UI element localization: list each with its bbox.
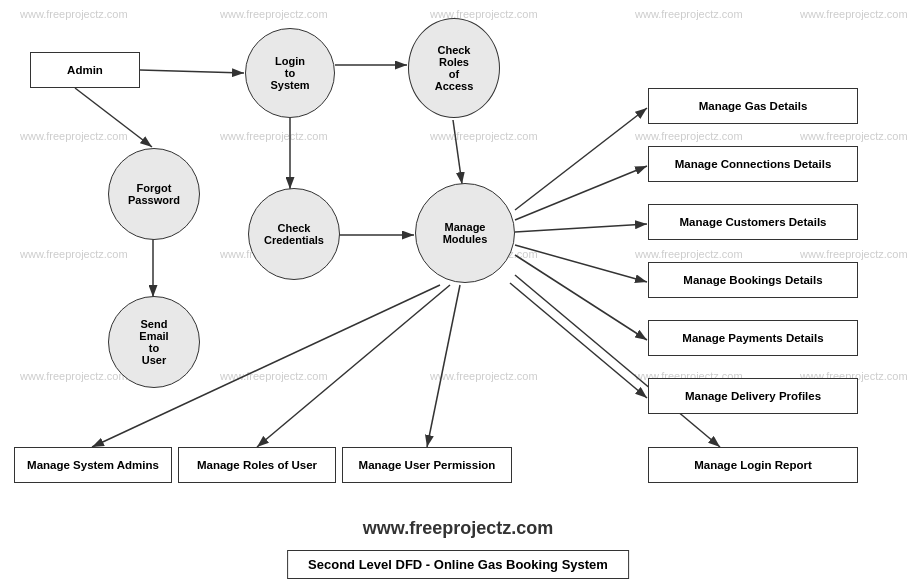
watermark: www.freeprojectz.com — [800, 8, 908, 20]
watermark: www.freeprojectz.com — [800, 130, 908, 142]
svg-line-8 — [515, 108, 647, 210]
watermark: www.freeprojectz.com — [430, 370, 538, 382]
svg-line-11 — [515, 245, 647, 282]
watermark: www.freeprojectz.com — [20, 130, 128, 142]
svg-line-6 — [453, 120, 462, 184]
watermark: www.freeprojectz.com — [635, 130, 743, 142]
manage-customers-details-box: Manage Customers Details — [648, 204, 858, 240]
watermark: www.freeprojectz.com — [20, 8, 128, 20]
svg-line-16 — [427, 285, 460, 447]
manage-connections-details-box: Manage Connections Details — [648, 146, 858, 182]
manage-roles-of-user-box: Manage Roles of User — [178, 447, 336, 483]
manage-login-report-box: Manage Login Report — [648, 447, 858, 483]
send-email-node: SendEmailtoUser — [108, 296, 200, 388]
check-roles-node: CheckRolesofAccess — [408, 18, 500, 118]
manage-delivery-profiles-box: Manage Delivery Profiles — [648, 378, 858, 414]
watermark: www.freeprojectz.com — [430, 130, 538, 142]
svg-line-10 — [515, 224, 647, 232]
svg-line-3 — [75, 88, 152, 147]
check-credentials-node: CheckCredentials — [248, 188, 340, 280]
svg-line-17 — [515, 275, 720, 447]
footer-title: Second Level DFD - Online Gas Booking Sy… — [287, 550, 629, 579]
manage-gas-details-box: Manage Gas Details — [648, 88, 858, 124]
svg-line-15 — [257, 285, 450, 447]
watermark: www.freeprojectz.com — [635, 248, 743, 260]
watermark: www.freeprojectz.com — [220, 130, 328, 142]
watermark: www.freeprojectz.com — [20, 370, 128, 382]
manage-system-admins-box: Manage System Admins — [14, 447, 172, 483]
manage-user-permission-box: Manage User Permission — [342, 447, 512, 483]
manage-payments-details-box: Manage Payments Details — [648, 320, 858, 356]
watermark: www.freeprojectz.com — [635, 8, 743, 20]
watermark: www.freeprojectz.com — [20, 248, 128, 260]
svg-line-12 — [515, 255, 647, 340]
watermark: www.freeprojectz.com — [220, 370, 328, 382]
admin-node: Admin — [30, 52, 140, 88]
forgot-password-node: ForgotPassword — [108, 148, 200, 240]
manage-modules-node: ManageModules — [415, 183, 515, 283]
footer-watermark: www.freeprojectz.com — [0, 518, 916, 539]
manage-bookings-details-box: Manage Bookings Details — [648, 262, 858, 298]
login-to-system-node: LogintoSystem — [245, 28, 335, 118]
svg-line-1 — [140, 70, 244, 73]
watermark: www.freeprojectz.com — [800, 248, 908, 260]
watermark: www.freeprojectz.com — [220, 8, 328, 20]
diagram-container: www.freeprojectz.com www.freeprojectz.co… — [0, 0, 916, 587]
svg-line-13 — [510, 283, 647, 398]
svg-line-9 — [515, 166, 647, 220]
